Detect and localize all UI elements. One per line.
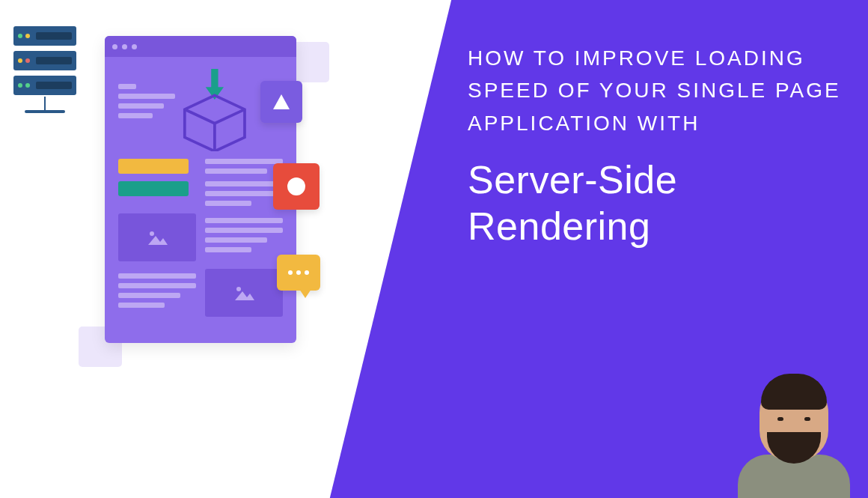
server-unit [13, 26, 76, 46]
image-placeholder-icon [118, 213, 196, 261]
cube-download-icon [175, 69, 254, 151]
server-unit [13, 76, 76, 95]
server-unit [13, 51, 76, 70]
subtitle-text: HOW TO IMPROVE LOADING SPEED OF YOUR SIN… [468, 42, 846, 139]
heading-block: HOW TO IMPROVE LOADING SPEED OF YOUR SIN… [468, 42, 846, 249]
triangle-icon [260, 81, 302, 123]
svg-point-8 [236, 287, 241, 291]
svg-marker-7 [148, 236, 168, 245]
svg-line-3 [185, 109, 215, 124]
circle-icon [273, 163, 320, 210]
image-placeholder-icon [205, 269, 283, 317]
svg-point-6 [150, 231, 154, 236]
mockup-block-yellow [118, 159, 189, 174]
svg-marker-10 [273, 94, 290, 109]
mockup-block-teal [118, 181, 189, 196]
svg-line-4 [215, 109, 245, 124]
svg-point-11 [287, 177, 305, 195]
chat-bubble-icon [277, 255, 320, 291]
server-rack-icon [13, 26, 76, 113]
mockup-titlebar [105, 36, 296, 57]
author-avatar [736, 371, 852, 498]
title-text: Server-Side Rendering [468, 157, 846, 249]
svg-marker-9 [235, 291, 254, 300]
svg-rect-0 [211, 69, 218, 88]
